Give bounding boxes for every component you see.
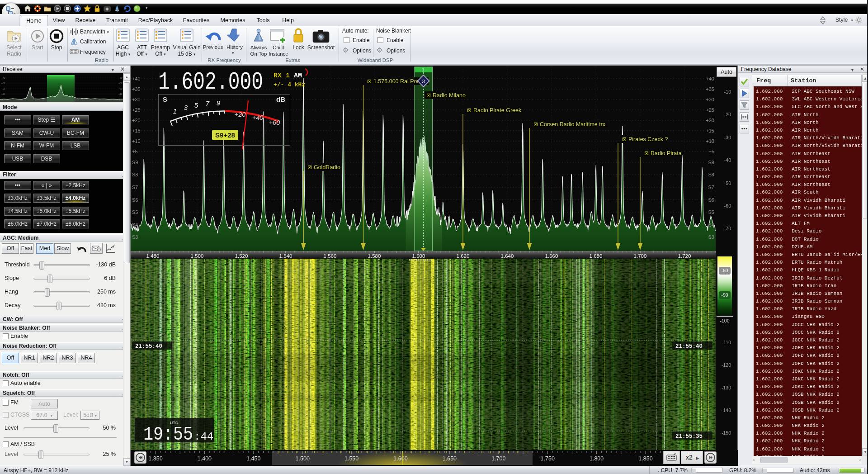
svg-text:+40: +40 — [118, 76, 123, 79]
svg-text:+10: +10 — [118, 93, 123, 95]
svg-text:⊠ Radio Pirata: ⊠ Radio Pirata — [644, 150, 682, 156]
svg-text:1.600: 1.600 — [393, 455, 407, 462]
svg-text:RX 1: RX 1 — [274, 72, 290, 80]
svg-text:+30: +30 — [1, 82, 5, 85]
svg-text:1.580: 1.580 — [368, 253, 381, 259]
svg-text:S7: S7 — [132, 185, 138, 190]
svg-text:1.520: 1.520 — [235, 253, 248, 259]
svg-text:+35: +35 — [132, 86, 141, 92]
svg-text:3: 3 — [422, 79, 425, 84]
svg-text:21:55:40: 21:55:40 — [135, 343, 162, 350]
svg-text:1.540: 1.540 — [279, 253, 292, 259]
svg-text:S9+28: S9+28 — [215, 131, 235, 139]
svg-text:AM: AM — [294, 72, 302, 80]
svg-text:dB: dB — [276, 95, 285, 103]
svg-text:S8: S8 — [132, 172, 138, 177]
svg-text:+/- 4 kHz: +/- 4 kHz — [274, 81, 305, 88]
svg-text:+30: +30 — [706, 97, 714, 102]
svg-text:S5: S5 — [132, 209, 138, 215]
svg-text:+15: +15 — [706, 128, 714, 133]
svg-text:21:55:40: 21:55:40 — [675, 343, 703, 350]
svg-text:+25: +25 — [132, 107, 141, 113]
svg-text:S6: S6 — [708, 197, 714, 203]
svg-text:+10: +10 — [132, 138, 141, 144]
svg-text:1.650: 1.650 — [443, 455, 457, 462]
svg-text:+30: +30 — [118, 82, 123, 85]
svg-text:1.800: 1.800 — [590, 455, 604, 462]
svg-text:+25: +25 — [706, 107, 714, 113]
svg-text:S5: S5 — [708, 209, 714, 215]
svg-text:⊠ GoldRadio: ⊠ GoldRadio — [307, 164, 340, 171]
svg-text:+60: +60 — [269, 119, 280, 126]
svg-text:S4: S4 — [708, 222, 714, 228]
svg-text:⊠ Pirates Czeck ?: ⊠ Pirates Czeck ? — [622, 136, 668, 142]
svg-text:1.850: 1.850 — [638, 455, 652, 462]
svg-text:S8: S8 — [708, 172, 714, 177]
svg-text:⊠ Radio Milano: ⊠ Radio Milano — [426, 92, 466, 99]
svg-text:+20: +20 — [235, 111, 246, 118]
svg-text:1.700: 1.700 — [491, 455, 505, 462]
svg-text:1.680: 1.680 — [590, 253, 603, 259]
svg-text:+40: +40 — [1, 76, 5, 79]
svg-text:S7: S7 — [708, 185, 714, 190]
svg-text:1.620: 1.620 — [457, 253, 470, 259]
svg-text:+20: +20 — [706, 118, 714, 123]
svg-text:S3: S3 — [132, 234, 138, 240]
svg-text:+15: +15 — [132, 128, 141, 133]
svg-text:1.660: 1.660 — [545, 253, 558, 259]
svg-text:+35: +35 — [706, 86, 714, 92]
svg-text:1.500: 1.500 — [296, 455, 310, 462]
svg-text:S8: S8 — [118, 98, 121, 101]
svg-text:1: 1 — [422, 67, 425, 72]
svg-text:1: 1 — [173, 107, 177, 115]
svg-text:+30: +30 — [132, 97, 141, 102]
svg-text:⊠ Corsen Radio Maritime trx: ⊠ Corsen Radio Maritime trx — [533, 121, 606, 128]
svg-text:+5: +5 — [708, 149, 714, 154]
svg-text:1.480: 1.480 — [146, 253, 160, 259]
svg-text:+40: +40 — [132, 76, 141, 81]
svg-text:21:55:35: 21:55:35 — [675, 433, 703, 440]
svg-text:1.500: 1.500 — [191, 253, 204, 259]
svg-text:1.600: 1.600 — [412, 253, 425, 259]
svg-text:S9: S9 — [708, 160, 714, 165]
svg-text:+20: +20 — [118, 87, 123, 90]
svg-text::44: :44 — [194, 431, 213, 443]
svg-text:S6: S6 — [132, 197, 138, 203]
svg-text:+20: +20 — [132, 118, 141, 123]
svg-text:S4: S4 — [132, 222, 138, 228]
svg-text:S9: S9 — [132, 160, 138, 165]
svg-text:1.350: 1.350 — [148, 455, 162, 462]
svg-text:1.750: 1.750 — [541, 455, 555, 462]
svg-text:+40: +40 — [252, 114, 264, 121]
svg-text:+10: +10 — [1, 93, 5, 95]
svg-text:1.602.000: 1.602.000 — [158, 68, 263, 96]
svg-text:⊠ Radio Pirate Greek: ⊠ Radio Pirate Greek — [467, 107, 522, 114]
svg-text:19:55: 19:55 — [143, 424, 193, 446]
svg-text:9: 9 — [217, 99, 221, 107]
svg-text:+10: +10 — [706, 138, 714, 144]
svg-text:+20: +20 — [1, 87, 5, 90]
svg-text:3: 3 — [184, 104, 188, 111]
svg-text:1.550: 1.550 — [344, 455, 359, 462]
svg-text:S8: S8 — [1, 98, 4, 101]
svg-text:1.450: 1.450 — [246, 455, 260, 462]
svg-text:1.720: 1.720 — [678, 253, 691, 259]
svg-text:5: 5 — [194, 101, 198, 109]
svg-text:+5: +5 — [132, 149, 138, 154]
svg-text:S3: S3 — [708, 234, 714, 240]
svg-text:7: 7 — [206, 100, 210, 107]
svg-text:1.640: 1.640 — [501, 253, 514, 259]
svg-text:1.560: 1.560 — [324, 253, 337, 259]
svg-text:S: S — [163, 95, 167, 103]
svg-text:+40: +40 — [706, 76, 714, 81]
svg-text:1.700: 1.700 — [634, 253, 647, 259]
svg-text:1.400: 1.400 — [198, 455, 212, 462]
